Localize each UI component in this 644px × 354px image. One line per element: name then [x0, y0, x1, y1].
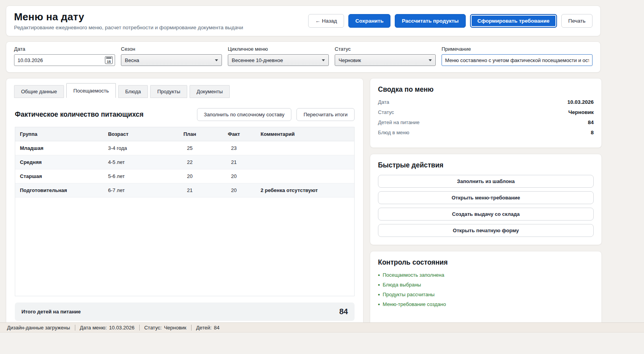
column-header-fact: Факт: [212, 127, 256, 141]
tab-documents[interactable]: Документы: [190, 85, 230, 98]
fill-from-template-button[interactable]: Заполнить из шаблона: [378, 175, 594, 188]
cell-comment[interactable]: 2 ребенка отсутствуют: [256, 183, 354, 197]
cell-fact[interactable]: 20: [212, 169, 256, 183]
cell-plan[interactable]: 22: [168, 155, 212, 169]
save-button[interactable]: Сохранить: [348, 14, 390, 28]
status-select[interactable]: Черновик: [335, 54, 436, 66]
bullet-icon: •: [378, 302, 380, 307]
status-label: Статус: [335, 46, 436, 52]
tab-dishes[interactable]: Блюда: [118, 85, 148, 98]
state-control-card: Контроль состояния • Посещаемость заполн…: [370, 251, 602, 330]
check-item-label: Меню-требование создано: [383, 301, 446, 307]
status-item-children: Детей: 84: [196, 325, 220, 331]
note-label: Примечание: [442, 46, 593, 52]
date-input[interactable]: [14, 54, 115, 66]
status-item-status: Статус: Черновик: [144, 325, 186, 331]
status-item-label: Детей:: [196, 325, 212, 331]
bullet-icon: •: [378, 272, 380, 278]
summary-row-date: Дата 10.03.2026: [378, 99, 594, 105]
note-input[interactable]: [442, 54, 593, 66]
summary-label: Статус: [378, 109, 394, 115]
bullet-icon: •: [378, 292, 380, 297]
attendance-actions: Заполнить по списочному составу Пересчит…: [197, 108, 355, 121]
fill-by-roster-button[interactable]: Заполнить по списочному составу: [197, 108, 292, 121]
summary-value: 84: [588, 119, 594, 125]
cell-group: Старшая: [15, 169, 103, 183]
status-item-value: Черновик: [164, 325, 186, 331]
status-item-label: Дата меню:: [80, 325, 107, 331]
cell-age: 4-5 лет: [103, 155, 168, 169]
quick-actions-title: Быстрые действия: [378, 161, 594, 169]
summary-row-status: Статус Черновик: [378, 109, 594, 115]
recalculate-totals-button[interactable]: Пересчитать итоги: [296, 108, 355, 121]
cell-plan[interactable]: 21: [168, 183, 212, 197]
attendance-section-head: Фактическое количество питающихся Заполн…: [15, 108, 355, 121]
sidebar: Сводка по меню Дата 10.03.2026 Статус Че…: [370, 78, 602, 330]
status-item-value: 84: [214, 325, 219, 331]
cell-comment[interactable]: [256, 155, 354, 169]
summary-title: Сводка по меню: [378, 85, 594, 94]
page-subtitle: Редактирование ежедневного меню, расчет …: [14, 25, 243, 30]
back-button[interactable]: ← Назад: [308, 14, 344, 28]
season-select[interactable]: Весна: [121, 54, 222, 66]
summary-label: Дата: [378, 99, 389, 105]
summary-value: 10.03.2026: [567, 99, 594, 105]
status-field-group: Статус Черновик: [335, 46, 436, 66]
table-header-row: Группа Возраст План Факт Комментарий: [15, 127, 354, 141]
open-print-form-button[interactable]: Открыть печатную форму: [378, 224, 594, 237]
summary-value: 8: [591, 130, 594, 135]
tab-products[interactable]: Продукты: [150, 85, 187, 98]
status-item-menu-date: Дата меню: 10.03.2026: [80, 325, 135, 331]
cyclic-menu-select[interactable]: Весеннее 10-дневное: [228, 54, 329, 66]
chevron-down-icon: [429, 59, 432, 61]
summary-row-children: Детей на питание 84: [378, 119, 594, 125]
cell-group: Младшая: [15, 141, 103, 155]
column-header-comment: Комментарий: [256, 127, 354, 141]
tab-general[interactable]: Общие данные: [14, 85, 64, 98]
attendance-panel: Общие данные Посещаемость Блюда Продукты…: [6, 78, 364, 330]
summary-label: Детей на питание: [378, 119, 420, 125]
cyclic-menu-field-group: Цикличное меню Весеннее 10-дневное: [228, 46, 329, 66]
cell-fact[interactable]: 20: [212, 183, 256, 197]
total-bar: Итого детей на питание 84: [15, 302, 355, 321]
open-menu-requirement-button[interactable]: Открыть меню-требование: [378, 191, 594, 204]
cell-fact[interactable]: 21: [212, 155, 256, 169]
bullet-icon: •: [378, 282, 380, 288]
season-select-value: Весна: [125, 57, 139, 63]
summary-row-dishes: Блюд в меню 8: [378, 130, 594, 135]
cell-plan[interactable]: 20: [168, 169, 212, 183]
attendance-table: Группа Возраст План Факт Комментарий Мла…: [15, 127, 354, 197]
cell-fact[interactable]: 23: [212, 141, 256, 155]
calendar-icon[interactable]: 15: [105, 56, 113, 64]
check-item-label: Продукты рассчитаны: [383, 292, 435, 297]
status-bar: Дизайн-данные загружены Дата меню: 10.03…: [0, 322, 644, 333]
cell-plan[interactable]: 25: [168, 141, 212, 155]
content-row: Общие данные Посещаемость Блюда Продукты…: [6, 78, 602, 330]
status-select-value: Черновик: [339, 57, 361, 63]
chevron-down-icon: [215, 59, 218, 61]
cell-comment[interactable]: [256, 169, 354, 183]
tab-bar: Общие данные Посещаемость Блюда Продукты…: [14, 83, 363, 98]
calculate-products-button[interactable]: Рассчитать продукты: [395, 14, 466, 28]
cell-age: 5-6 лет: [103, 169, 168, 183]
print-button[interactable]: Печать: [561, 14, 593, 28]
attendance-section-title: Фактическое количество питающихся: [15, 110, 144, 119]
chevron-down-icon: [322, 59, 325, 61]
create-warehouse-issue-button[interactable]: Создать выдачу со склада: [378, 208, 594, 221]
cell-age: 3-4 года: [103, 141, 168, 155]
page-header-text: Меню на дату Редактирование ежедневного …: [14, 11, 243, 30]
status-divider: [191, 325, 192, 331]
date-field-group: Дата 15: [14, 46, 115, 66]
cell-comment[interactable]: [256, 141, 354, 155]
cell-group: Подготовительная: [15, 183, 103, 197]
generate-requirement-button[interactable]: Сформировать требование: [470, 14, 557, 28]
table-row: Подготовительная 6-7 лет 21 20 2 ребенка…: [15, 183, 354, 197]
status-divider: [75, 325, 75, 331]
status-message: Дизайн-данные загружены: [7, 325, 70, 331]
summary-label: Блюд в меню: [378, 130, 409, 135]
quick-actions-card: Быстрые действия Заполнить из шаблона От…: [370, 154, 602, 245]
note-field-group: Примечание: [442, 46, 593, 66]
tab-attendance[interactable]: Посещаемость: [66, 83, 116, 98]
status-item-label: Статус:: [144, 325, 162, 331]
page-title: Меню на дату: [14, 11, 243, 23]
